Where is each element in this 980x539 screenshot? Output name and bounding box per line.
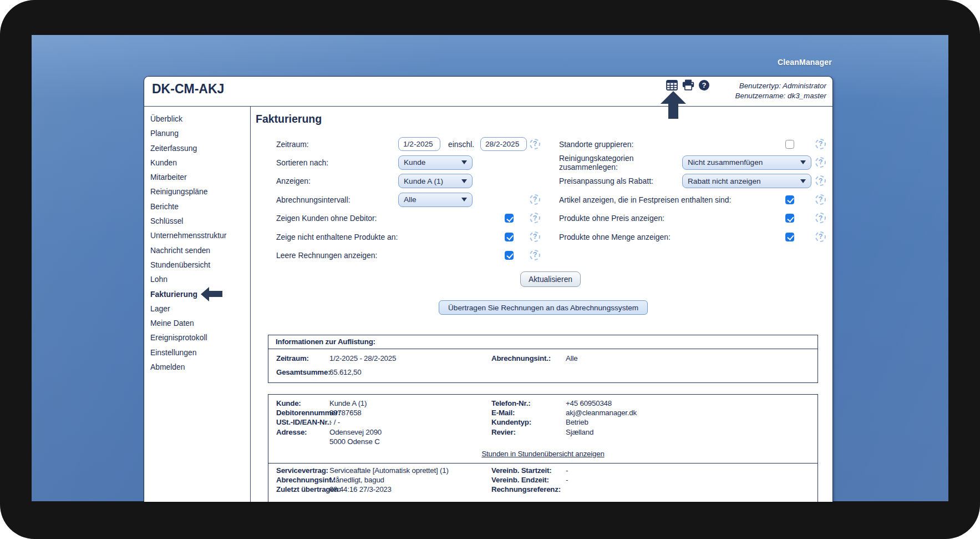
table-cell: Sjælland	[566, 427, 593, 437]
form-select[interactable]: Rabatt nicht anzeigen	[682, 174, 811, 188]
table-cell: 1/2-2025 - 28/2-2025	[329, 351, 396, 365]
form-select[interactable]: Nicht zusammenfügen	[682, 155, 811, 170]
sidebar-item-zeiterfassung[interactable]: Zeiterfassung	[144, 141, 250, 155]
table-cell: Månedligt, bagud	[329, 475, 384, 485]
form-row-right: Preisanpassung als Rabatt:Rabatt nicht a…	[251, 174, 832, 189]
form-row-right: Produkte ohne Menge anzeigen:?	[251, 230, 832, 245]
print-icon[interactable]	[682, 79, 694, 90]
help-icon[interactable]: ?	[815, 213, 826, 223]
table-cell: Betrieb	[566, 417, 588, 427]
table-row: Adresse:Odensevej 2090Revier:Sjælland500…	[268, 427, 817, 446]
table-row: Abrechnungsint.:Månedligt, bagudVereinb.…	[268, 475, 817, 485]
table-cell: akj@cleanmanager.dk	[566, 408, 637, 417]
hours-overview-link[interactable]: Stunden in Stundenübersicht anzeigen	[481, 450, 604, 458]
sidebar-nav: ÜberblickPlanungZeiterfassungKundenMitar…	[144, 106, 250, 502]
form-checkbox[interactable]	[785, 233, 794, 241]
table-row: Debitorennummer:89787658E-Mail:akj@clean…	[268, 408, 817, 417]
toolbar: ?	[666, 78, 709, 92]
form-checkbox[interactable]	[785, 195, 794, 204]
link-row: Stunden in Stundenübersicht anzeigen	[268, 446, 817, 464]
sidebar-item-schlüssel[interactable]: Schlüssel	[144, 214, 250, 228]
table-cell: 08:44:16 27/3-2023	[329, 485, 392, 494]
sidebar-item-berichte[interactable]: Berichte	[144, 199, 250, 214]
sidebar-item-meine-daten[interactable]: Meine Daten	[144, 316, 250, 330]
sidebar-item-fakturierung[interactable]: Fakturierung	[144, 287, 250, 301]
help-icon[interactable]: ?	[815, 139, 826, 149]
table-row: Zeitraum:1/2-2025 - 28/2-2025Abrechnungs…	[268, 351, 817, 365]
help-icon-glyph: ?	[699, 80, 709, 90]
table-cell: Adresse:	[276, 427, 307, 437]
transfer-invoices-button[interactable]: Übertragen Sie Rechnungen an das Abrechn…	[439, 300, 648, 315]
sidebar-item-label: Abmelden	[150, 360, 185, 374]
help-icon[interactable]: ?	[530, 250, 540, 260]
table-cell: 5000 Odense C	[329, 437, 380, 446]
help-icon[interactable]: ?	[815, 157, 826, 168]
sidebar-item-label: Zeiterfassung	[150, 141, 197, 155]
form-label: Preisanpassung als Rabatt:	[559, 174, 653, 189]
section-heading: Fakturierung	[256, 113, 322, 125]
table-cell: E-Mail:	[491, 408, 515, 417]
sidebar-item-label: Fakturierung	[150, 287, 197, 301]
sidebar-item-stundenübersicht[interactable]: Stundenübersicht	[144, 258, 250, 272]
chevron-down-icon	[800, 179, 806, 183]
form-checkbox[interactable]	[785, 140, 794, 149]
screenshot-root: CleanManager DK-CM-AKJ ?	[0, 0, 980, 539]
form-row-right: Produkte ohne Preis anzeigen:?	[251, 211, 832, 226]
form-row-right: Artikel anzeigen, die in Festpreisen ent…	[251, 193, 832, 208]
table-cell: -	[566, 466, 568, 475]
customer-info-table: Kunde:Kunde A (1)Telefon-Nr.:+45 6095034…	[268, 394, 818, 502]
sidebar-item-label: Schlüssel	[150, 214, 183, 228]
sidebar-item-label: Berichte	[150, 199, 179, 214]
form-row-right: Standorte gruppieren:?	[251, 137, 832, 152]
table-cell: Revier:	[491, 427, 516, 437]
select-value: Rabatt nicht anzeigen	[688, 177, 761, 185]
arrow-head	[201, 287, 209, 301]
sidebar-item-label: Mitarbeiter	[150, 170, 187, 184]
help-icon[interactable]: ?	[699, 80, 709, 90]
form-checkbox[interactable]	[505, 251, 514, 260]
sidebar-item-überblick[interactable]: Überblick	[144, 112, 250, 126]
help-icon[interactable]: ?	[815, 194, 826, 205]
form-label: Artikel anzeigen, die in Festpreisen ent…	[559, 193, 731, 208]
sidebar-item-label: Ereignisprotokoll	[150, 330, 207, 345]
main-content: Fakturierung Aktualisieren Übertragen Si…	[250, 107, 832, 502]
user-name-text: Benutzername: dk3_master	[735, 91, 827, 101]
form-checkbox[interactable]	[785, 214, 794, 223]
sidebar-item-lager[interactable]: Lager	[144, 301, 250, 316]
help-icon[interactable]: ?	[815, 231, 826, 242]
table-cell: Servicevertrag:	[276, 466, 328, 475]
sidebar-item-abmelden[interactable]: Abmelden	[144, 360, 250, 374]
sidebar-item-label: Stundenübersicht	[150, 258, 210, 272]
sidebar-item-einstellungen[interactable]: Einstellungen	[144, 345, 250, 360]
form-row-right: Reinigungskategorien zusammenlegen:Nicht…	[251, 155, 832, 170]
table-row: Kunde:Kunde A (1)Telefon-Nr.:+45 6095034…	[268, 399, 817, 408]
table-cell: 65.612,50	[329, 365, 361, 379]
annotation-arrow-up	[661, 91, 686, 119]
table-cell: Kunde:	[276, 399, 301, 408]
table-grid-icon[interactable]	[666, 80, 678, 90]
sidebar-item-nachricht-senden[interactable]: Nachricht senden	[144, 243, 250, 258]
sidebar-item-label: Unternehmensstruktur	[150, 228, 226, 243]
table-row: Zuletzt übertragen:08:44:16 27/3-2023Rec…	[268, 485, 817, 494]
sidebar-item-reinigungspläne[interactable]: Reinigungspläne	[144, 184, 250, 199]
sidebar-item-label: Planung	[150, 126, 179, 140]
table-cell: Alle	[566, 351, 577, 365]
form-row-left: Leere Rechnungen anzeigen:?	[251, 248, 832, 263]
table-cell: USt.-ID/EAN-Nr.:	[276, 417, 331, 427]
sidebar-item-unternehmensstruktur[interactable]: Unternehmensstruktur	[144, 228, 250, 243]
table-cell: Abrechnungsint.:	[491, 351, 551, 365]
brand-logo: CleanManager	[778, 58, 832, 67]
table-cell: Kunde A (1)	[329, 399, 367, 408]
select-value: Nicht zusammenfügen	[688, 158, 763, 167]
form-label: Leere Rechnungen anzeigen:	[276, 248, 377, 263]
annotation-arrow-left	[201, 287, 222, 301]
sidebar-item-ereignisprotokoll[interactable]: Ereignisprotokoll	[144, 330, 250, 345]
sidebar-item-lohn[interactable]: Lohn	[144, 272, 250, 286]
refresh-button[interactable]: Aktualisieren	[520, 271, 581, 287]
form-label: Produkte ohne Menge anzeigen:	[559, 230, 671, 245]
help-icon[interactable]: ?	[815, 175, 826, 186]
sidebar-item-kunden[interactable]: Kunden	[144, 155, 250, 170]
sidebar-item-mitarbeiter[interactable]: Mitarbeiter	[144, 170, 250, 184]
form-label: Standorte gruppieren:	[559, 137, 633, 152]
sidebar-item-planung[interactable]: Planung	[144, 126, 250, 140]
